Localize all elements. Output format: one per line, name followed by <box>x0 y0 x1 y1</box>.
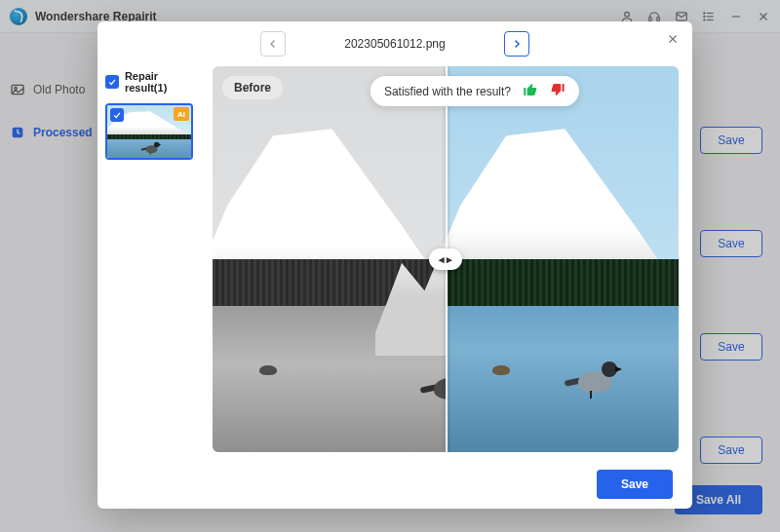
before-pane <box>213 66 446 452</box>
next-button[interactable] <box>504 31 529 57</box>
thumbs-down-icon[interactable] <box>550 82 566 100</box>
ai-badge: AI <box>174 107 189 121</box>
after-pane <box>446 66 679 452</box>
modal-footer: Save <box>98 460 692 509</box>
result-thumbnail[interactable]: AI <box>105 103 193 160</box>
modal-body: Repair result(1) AI <box>98 66 692 460</box>
chevron-left-icon: ◂ <box>439 253 445 266</box>
compare-slider-handle[interactable]: ◂ ▸ <box>429 248 462 270</box>
repair-result-label: Repair result(1) <box>125 70 203 94</box>
chevron-right-icon: ▸ <box>447 253 452 266</box>
modal-close-button[interactable] <box>663 29 682 49</box>
thumb-checkbox-icon[interactable] <box>110 108 124 122</box>
before-after-compare[interactable]: ◂ ▸ Before Satisfied with the result? <box>213 66 679 452</box>
checkbox-icon[interactable] <box>105 75 119 89</box>
before-image <box>213 66 446 452</box>
thumbs-up-icon[interactable] <box>523 82 538 100</box>
feedback-label: Satisfied with the result? <box>384 85 511 98</box>
preview-modal: 202305061012.png Repair result(1) AI <box>98 21 692 509</box>
feedback-bubble: Satisfied with the result? <box>370 76 579 106</box>
before-chip: Before <box>222 76 283 99</box>
repair-result-header[interactable]: Repair result(1) <box>105 70 203 94</box>
filename-label: 202305061012.png <box>344 37 445 51</box>
after-image <box>446 66 679 452</box>
prev-button[interactable] <box>260 31 286 57</box>
thumbnail-column: Repair result(1) AI <box>105 66 203 460</box>
modal-header: 202305061012.png <box>98 21 692 66</box>
modal-save-button[interactable]: Save <box>597 470 673 499</box>
